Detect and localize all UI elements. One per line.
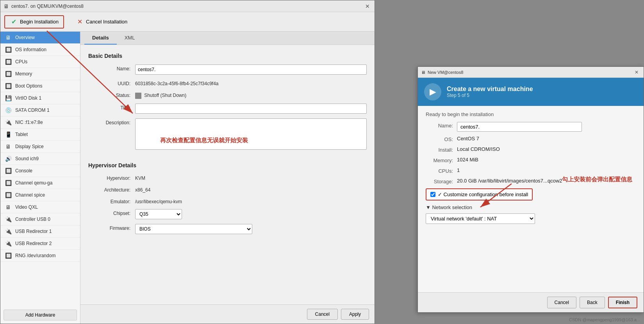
sidebar-item-nic[interactable]: 🔌 NIC :f1:e7:8e <box>0 116 80 129</box>
add-hardware-button[interactable]: Add Hardware <box>4 310 77 320</box>
network-dropdown: Virtual network 'default' : NAT <box>426 213 636 224</box>
wizard-title-icon: 🖥 <box>421 70 425 75</box>
wizard-storage-label: Storage: <box>426 178 457 184</box>
wizard-name-input[interactable] <box>457 122 582 132</box>
overview-icon: 🖥 <box>4 34 12 41</box>
sidebar-item-display-spice[interactable]: 🖥 Display Spice <box>0 141 80 153</box>
wizard-install-value: Local CDROM/ISO <box>457 146 636 152</box>
sidebar-item-os-information[interactable]: 🔲 OS information <box>0 44 80 56</box>
sidebar-tablet-label: Tablet <box>15 132 28 137</box>
wizard-footer: Cancel Back Finish <box>418 292 644 312</box>
sidebar-overview-label: Overview <box>15 35 35 40</box>
wizard-window: 🖥 New VM@centos8 ✕ ▶ Create a new virtua… <box>417 66 644 313</box>
network-select[interactable]: Virtual network 'default' : NAT <box>426 213 535 224</box>
wizard-titlebar: 🖥 New VM@centos8 ✕ <box>418 67 644 78</box>
virtio-disk-icon: 💾 <box>4 95 12 101</box>
sidebar-video-qxl-label: Video QXL <box>15 204 38 210</box>
wizard-memory-label: Memory: <box>426 157 457 163</box>
sidebar-sound-label: Sound ich9 <box>15 156 39 161</box>
emulator-value: /usr/libexec/qemu-kvm <box>135 197 367 204</box>
hypervisor-details-title: Hypervisor Details <box>88 162 367 168</box>
chipset-label: Chipset: <box>88 209 135 216</box>
sata-cdrom-icon: 💿 <box>4 107 12 113</box>
chipset-row: Chipset: Q35 i440FX <box>88 209 367 219</box>
status-row: Status: Shutoff (Shut Down) <box>88 91 367 99</box>
apply-button[interactable]: Apply <box>341 309 369 320</box>
architecture-row: Architecture: x86_64 <box>88 186 367 193</box>
name-label: Name: <box>88 64 135 72</box>
sidebar-display-spice-label: Display Spice <box>15 144 44 149</box>
sidebar-item-cpus[interactable]: 🔲 CPUs <box>0 56 80 68</box>
chipset-select[interactable]: Q35 i440FX <box>135 209 182 219</box>
sidebar-item-rng[interactable]: 🔲 RNG /dev/urandom <box>0 250 80 262</box>
wizard-finish-button[interactable]: Finish <box>608 297 637 308</box>
wizard-cpus-row: CPUs: 1 <box>426 167 636 174</box>
os-info-icon: 🔲 <box>4 47 12 53</box>
sidebar-item-tablet[interactable]: 📱 Tablet <box>0 129 80 141</box>
controller-usb-icon: 🔌 <box>4 216 12 222</box>
cancel-button[interactable]: Cancel <box>307 309 338 320</box>
sidebar-item-memory[interactable]: 🔲 Memory <box>0 68 80 80</box>
check-icon: ✔ <box>10 18 18 26</box>
sidebar-item-usb-redirector-2[interactable]: 🔌 USB Redirector 2 <box>0 238 80 250</box>
wizard-header-icon: ▶ <box>424 83 441 100</box>
sidebar-item-console[interactable]: 🔲 Console <box>0 165 80 177</box>
tablet-icon: 📱 <box>4 131 12 138</box>
wizard-install-label: Install: <box>426 146 457 153</box>
basic-details-title: Basic Details <box>88 53 367 59</box>
status-icon <box>135 93 141 99</box>
firmware-select[interactable]: BIOS UEFI <box>135 224 252 234</box>
vm-close-button[interactable]: ✕ <box>364 2 371 10</box>
firmware-label: Firmware: <box>88 224 135 231</box>
cancel-installation-button[interactable]: ✕ Cancel Installation <box>70 15 133 29</box>
wizard-header-subtitle: Step 5 of 5 <box>447 93 533 98</box>
title-input[interactable] <box>135 104 367 114</box>
sidebar-item-controller-usb[interactable]: 🔌 Controller USB 0 <box>0 213 80 226</box>
description-row: Description: <box>88 118 367 150</box>
usb-redirector-2-icon: 🔌 <box>4 240 12 247</box>
name-input[interactable] <box>135 64 367 75</box>
status-label: Status: <box>88 91 135 98</box>
tab-details[interactable]: Details <box>84 32 117 45</box>
hypervisor-value: KVM <box>135 174 367 181</box>
architecture-label: Architecture: <box>88 186 135 193</box>
sidebar-item-usb-redirector-1[interactable]: 🔌 USB Redirector 1 <box>0 226 80 238</box>
main-panel: Details XML Basic Details Name: UUID: 60… <box>80 32 375 324</box>
wizard-cpus-value: 1 <box>457 167 636 173</box>
begin-installation-button[interactable]: ✔ Begin Installation <box>4 15 64 29</box>
sidebar-item-channel-spice[interactable]: 🔲 Channel spice <box>0 189 80 201</box>
wizard-section-title: Ready to begin the installation <box>426 111 636 117</box>
sidebar-item-boot-options[interactable]: 🔲 Boot Options <box>0 80 80 92</box>
console-icon: 🔲 <box>4 168 12 174</box>
wizard-header-title: Create a new virtual machine <box>447 86 533 93</box>
sidebar-item-video-qxl[interactable]: 🖥 Video QXL <box>0 201 80 213</box>
wizard-install-row: Install: Local CDROM/ISO <box>426 146 636 153</box>
sidebar-item-virtio-disk[interactable]: 💾 VirtIO Disk 1 <box>0 92 80 104</box>
wizard-header: ▶ Create a new virtual machine Step 5 of… <box>418 78 644 106</box>
wizard-os-value: CentOS 7 <box>457 136 636 141</box>
wizard-close-button[interactable]: ✕ <box>633 68 640 76</box>
vm-toolbar: ✔ Begin Installation ✕ Cancel Installati… <box>0 12 375 32</box>
sidebar-item-sata-cdrom[interactable]: 💿 SATA CDROM 1 <box>0 104 80 116</box>
wizard-os-label: OS: <box>426 136 457 142</box>
uuid-value: 6031858c-3c2a-45f6-8fb4-25c7f34c9f4a <box>135 79 367 86</box>
cpus-icon: 🔲 <box>4 59 12 65</box>
firmware-row: Firmware: BIOS UEFI <box>88 224 367 234</box>
customize-checkbox[interactable] <box>430 192 435 197</box>
wizard-title-text: 🖥 New VM@centos8 <box>421 70 463 75</box>
sidebar-usb-redirector-1-label: USB Redirector 1 <box>15 229 52 234</box>
sidebar-item-sound[interactable]: 🔊 Sound ich9 <box>0 153 80 165</box>
wizard-name-row: Name: <box>426 122 636 132</box>
sidebar-item-channel-qemu[interactable]: 🔲 Channel qemu-ga <box>0 177 80 189</box>
description-label: Description: <box>88 118 135 125</box>
description-textarea[interactable] <box>135 118 367 150</box>
customize-label: ✓ Customize configuration before install <box>438 192 528 197</box>
sidebar: 🖥 Overview 🔲 OS information 🔲 CPUs 🔲 Mem… <box>0 32 80 324</box>
wizard-memory-row: Memory: 1024 MiB <box>426 157 636 163</box>
wizard-back-button[interactable]: Back <box>580 297 605 308</box>
vm-titlebar: 🖥 centos7. on QEMU/KVM@centos8 ✕ <box>0 0 375 12</box>
tab-xml[interactable]: XML <box>117 32 143 45</box>
wizard-cancel-button[interactable]: Cancel <box>547 297 576 308</box>
hypervisor-row: Hypervisor: KVM <box>88 174 367 181</box>
sidebar-item-overview[interactable]: 🖥 Overview <box>0 32 80 44</box>
